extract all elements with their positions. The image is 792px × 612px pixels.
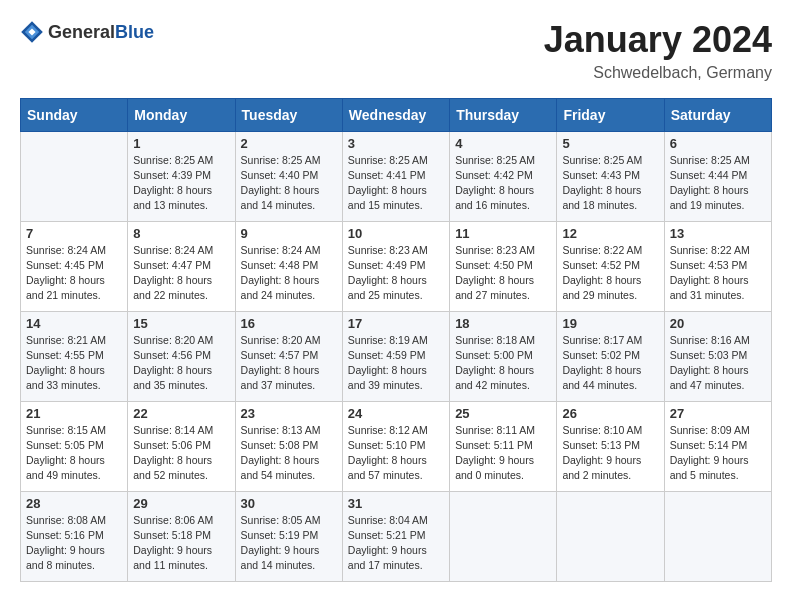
day-info: Sunrise: 8:13 AM Sunset: 5:08 PM Dayligh… <box>241 423 337 484</box>
day-number: 1 <box>133 136 229 151</box>
day-info: Sunrise: 8:05 AM Sunset: 5:19 PM Dayligh… <box>241 513 337 574</box>
day-number: 13 <box>670 226 766 241</box>
calendar-subtitle: Schwedelbach, Germany <box>544 64 772 82</box>
calendar-cell: 1Sunrise: 8:25 AM Sunset: 4:39 PM Daylig… <box>128 131 235 221</box>
day-info: Sunrise: 8:19 AM Sunset: 4:59 PM Dayligh… <box>348 333 444 394</box>
calendar-cell: 14Sunrise: 8:21 AM Sunset: 4:55 PM Dayli… <box>21 311 128 401</box>
day-info: Sunrise: 8:25 AM Sunset: 4:41 PM Dayligh… <box>348 153 444 214</box>
day-info: Sunrise: 8:17 AM Sunset: 5:02 PM Dayligh… <box>562 333 658 394</box>
calendar-cell: 22Sunrise: 8:14 AM Sunset: 5:06 PM Dayli… <box>128 401 235 491</box>
logo-icon <box>20 20 44 44</box>
day-number: 10 <box>348 226 444 241</box>
header-row: SundayMondayTuesdayWednesdayThursdayFrid… <box>21 98 772 131</box>
day-info: Sunrise: 8:22 AM Sunset: 4:53 PM Dayligh… <box>670 243 766 304</box>
day-info: Sunrise: 8:04 AM Sunset: 5:21 PM Dayligh… <box>348 513 444 574</box>
day-info: Sunrise: 8:25 AM Sunset: 4:40 PM Dayligh… <box>241 153 337 214</box>
calendar-cell: 27Sunrise: 8:09 AM Sunset: 5:14 PM Dayli… <box>664 401 771 491</box>
header-cell-saturday: Saturday <box>664 98 771 131</box>
day-number: 11 <box>455 226 551 241</box>
calendar-cell: 5Sunrise: 8:25 AM Sunset: 4:43 PM Daylig… <box>557 131 664 221</box>
day-info: Sunrise: 8:21 AM Sunset: 4:55 PM Dayligh… <box>26 333 122 394</box>
calendar-header: SundayMondayTuesdayWednesdayThursdayFrid… <box>21 98 772 131</box>
calendar-week-2: 7Sunrise: 8:24 AM Sunset: 4:45 PM Daylig… <box>21 221 772 311</box>
calendar-cell: 17Sunrise: 8:19 AM Sunset: 4:59 PM Dayli… <box>342 311 449 401</box>
calendar-week-4: 21Sunrise: 8:15 AM Sunset: 5:05 PM Dayli… <box>21 401 772 491</box>
calendar-cell: 21Sunrise: 8:15 AM Sunset: 5:05 PM Dayli… <box>21 401 128 491</box>
calendar-cell: 25Sunrise: 8:11 AM Sunset: 5:11 PM Dayli… <box>450 401 557 491</box>
day-number: 28 <box>26 496 122 511</box>
day-number: 14 <box>26 316 122 331</box>
day-number: 7 <box>26 226 122 241</box>
day-number: 25 <box>455 406 551 421</box>
day-info: Sunrise: 8:24 AM Sunset: 4:45 PM Dayligh… <box>26 243 122 304</box>
calendar-cell: 13Sunrise: 8:22 AM Sunset: 4:53 PM Dayli… <box>664 221 771 311</box>
day-info: Sunrise: 8:10 AM Sunset: 5:13 PM Dayligh… <box>562 423 658 484</box>
day-number: 5 <box>562 136 658 151</box>
day-number: 21 <box>26 406 122 421</box>
day-number: 30 <box>241 496 337 511</box>
day-number: 17 <box>348 316 444 331</box>
day-info: Sunrise: 8:06 AM Sunset: 5:18 PM Dayligh… <box>133 513 229 574</box>
calendar-cell: 4Sunrise: 8:25 AM Sunset: 4:42 PM Daylig… <box>450 131 557 221</box>
calendar-cell: 2Sunrise: 8:25 AM Sunset: 4:40 PM Daylig… <box>235 131 342 221</box>
calendar-title: January 2024 <box>544 20 772 60</box>
calendar-week-3: 14Sunrise: 8:21 AM Sunset: 4:55 PM Dayli… <box>21 311 772 401</box>
day-info: Sunrise: 8:23 AM Sunset: 4:50 PM Dayligh… <box>455 243 551 304</box>
header-cell-wednesday: Wednesday <box>342 98 449 131</box>
logo-blue: Blue <box>115 22 154 42</box>
calendar-week-1: 1Sunrise: 8:25 AM Sunset: 4:39 PM Daylig… <box>21 131 772 221</box>
calendar-week-5: 28Sunrise: 8:08 AM Sunset: 5:16 PM Dayli… <box>21 491 772 581</box>
day-info: Sunrise: 8:20 AM Sunset: 4:56 PM Dayligh… <box>133 333 229 394</box>
calendar-cell <box>450 491 557 581</box>
day-info: Sunrise: 8:09 AM Sunset: 5:14 PM Dayligh… <box>670 423 766 484</box>
logo-text: GeneralBlue <box>48 22 154 43</box>
day-info: Sunrise: 8:25 AM Sunset: 4:43 PM Dayligh… <box>562 153 658 214</box>
day-number: 19 <box>562 316 658 331</box>
calendar-cell: 30Sunrise: 8:05 AM Sunset: 5:19 PM Dayli… <box>235 491 342 581</box>
calendar-cell: 10Sunrise: 8:23 AM Sunset: 4:49 PM Dayli… <box>342 221 449 311</box>
day-info: Sunrise: 8:12 AM Sunset: 5:10 PM Dayligh… <box>348 423 444 484</box>
day-info: Sunrise: 8:25 AM Sunset: 4:39 PM Dayligh… <box>133 153 229 214</box>
day-info: Sunrise: 8:24 AM Sunset: 4:48 PM Dayligh… <box>241 243 337 304</box>
calendar-cell: 9Sunrise: 8:24 AM Sunset: 4:48 PM Daylig… <box>235 221 342 311</box>
calendar-cell: 26Sunrise: 8:10 AM Sunset: 5:13 PM Dayli… <box>557 401 664 491</box>
calendar-table: SundayMondayTuesdayWednesdayThursdayFrid… <box>20 98 772 582</box>
day-number: 15 <box>133 316 229 331</box>
day-info: Sunrise: 8:11 AM Sunset: 5:11 PM Dayligh… <box>455 423 551 484</box>
day-info: Sunrise: 8:25 AM Sunset: 4:44 PM Dayligh… <box>670 153 766 214</box>
calendar-cell: 3Sunrise: 8:25 AM Sunset: 4:41 PM Daylig… <box>342 131 449 221</box>
calendar-cell: 28Sunrise: 8:08 AM Sunset: 5:16 PM Dayli… <box>21 491 128 581</box>
calendar-cell: 11Sunrise: 8:23 AM Sunset: 4:50 PM Dayli… <box>450 221 557 311</box>
day-number: 4 <box>455 136 551 151</box>
calendar-cell: 6Sunrise: 8:25 AM Sunset: 4:44 PM Daylig… <box>664 131 771 221</box>
day-number: 18 <box>455 316 551 331</box>
day-info: Sunrise: 8:16 AM Sunset: 5:03 PM Dayligh… <box>670 333 766 394</box>
day-number: 27 <box>670 406 766 421</box>
calendar-cell: 20Sunrise: 8:16 AM Sunset: 5:03 PM Dayli… <box>664 311 771 401</box>
calendar-cell: 19Sunrise: 8:17 AM Sunset: 5:02 PM Dayli… <box>557 311 664 401</box>
day-number: 29 <box>133 496 229 511</box>
header-cell-sunday: Sunday <box>21 98 128 131</box>
calendar-cell: 23Sunrise: 8:13 AM Sunset: 5:08 PM Dayli… <box>235 401 342 491</box>
header-cell-thursday: Thursday <box>450 98 557 131</box>
day-info: Sunrise: 8:15 AM Sunset: 5:05 PM Dayligh… <box>26 423 122 484</box>
calendar-cell: 12Sunrise: 8:22 AM Sunset: 4:52 PM Dayli… <box>557 221 664 311</box>
calendar-cell: 29Sunrise: 8:06 AM Sunset: 5:18 PM Dayli… <box>128 491 235 581</box>
logo-general: General <box>48 22 115 42</box>
title-area: January 2024 Schwedelbach, Germany <box>544 20 772 82</box>
day-number: 8 <box>133 226 229 241</box>
calendar-cell: 18Sunrise: 8:18 AM Sunset: 5:00 PM Dayli… <box>450 311 557 401</box>
calendar-cell <box>664 491 771 581</box>
logo: GeneralBlue <box>20 20 154 44</box>
day-number: 3 <box>348 136 444 151</box>
header-cell-tuesday: Tuesday <box>235 98 342 131</box>
day-number: 16 <box>241 316 337 331</box>
day-info: Sunrise: 8:24 AM Sunset: 4:47 PM Dayligh… <box>133 243 229 304</box>
day-info: Sunrise: 8:22 AM Sunset: 4:52 PM Dayligh… <box>562 243 658 304</box>
day-number: 23 <box>241 406 337 421</box>
calendar-body: 1Sunrise: 8:25 AM Sunset: 4:39 PM Daylig… <box>21 131 772 581</box>
calendar-cell: 16Sunrise: 8:20 AM Sunset: 4:57 PM Dayli… <box>235 311 342 401</box>
day-number: 22 <box>133 406 229 421</box>
day-number: 20 <box>670 316 766 331</box>
calendar-cell: 15Sunrise: 8:20 AM Sunset: 4:56 PM Dayli… <box>128 311 235 401</box>
